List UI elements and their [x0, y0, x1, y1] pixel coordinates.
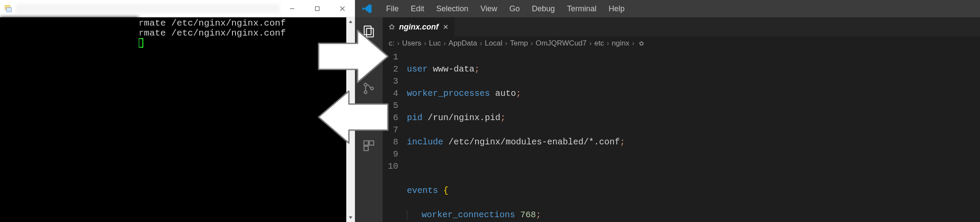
svg-rect-8	[364, 26, 371, 35]
gear-icon: ✿	[389, 23, 395, 32]
putty-icon	[3, 4, 13, 13]
svg-line-17	[371, 115, 374, 116]
vscode-window: File Edit Selection View Go Debug Termin…	[355, 0, 980, 222]
svg-marker-6	[349, 20, 352, 23]
search-icon[interactable]	[361, 52, 377, 68]
svg-rect-23	[364, 146, 368, 150]
close-icon[interactable]: ✕	[443, 23, 448, 31]
explorer-icon[interactable]	[361, 23, 377, 39]
terminal-body[interactable]: rmate /etc/nginx/nginx.conf rmate /etc/n…	[0, 17, 355, 222]
crumb[interactable]: OmJQRWCud7	[535, 39, 587, 48]
svg-point-14	[371, 87, 373, 90]
menubar: File Edit Selection View Go Debug Termin…	[355, 0, 980, 17]
crumb[interactable]: Local	[485, 39, 503, 48]
terminal-window: rmate /etc/nginx/nginx.conf rmate /etc/n…	[0, 0, 355, 222]
scrollbar[interactable]	[346, 17, 355, 222]
svg-rect-22	[369, 141, 374, 145]
svg-point-12	[364, 83, 367, 86]
terminal-output: rmate /etc/nginx/nginx.conf rmate /etc/n…	[139, 17, 346, 222]
titlebar[interactable]	[0, 0, 355, 17]
window-controls	[280, 0, 355, 17]
vscode-logo-icon	[361, 3, 373, 15]
code-editor[interactable]: 1 2 3 4 5 6 7 8 9 10 user www-data; work…	[383, 50, 980, 222]
crumb[interactable]: nginx	[612, 39, 629, 48]
code-content[interactable]: user www-data; worker_processes auto; pi…	[407, 50, 980, 222]
chevron-right-icon: ›	[531, 39, 533, 48]
crumb[interactable]: Users	[402, 39, 421, 48]
crumb[interactable]: AppData	[448, 39, 477, 48]
svg-line-18	[364, 119, 366, 121]
menu-file[interactable]: File	[381, 3, 404, 15]
tab-nginx-conf[interactable]: ✿ nginx.conf ✕	[383, 17, 455, 36]
crumb[interactable]: etc	[594, 39, 604, 48]
terminal-line: rmate /etc/nginx/nginx.conf	[139, 28, 286, 38]
breadcrumb[interactable]: c:› Users› Luc› AppData› Local› Temp› Om…	[383, 36, 980, 50]
menu-view[interactable]: View	[475, 3, 503, 15]
menu-help[interactable]: Help	[603, 3, 630, 15]
chevron-right-icon: ›	[443, 39, 446, 48]
menu-selection[interactable]: Selection	[431, 3, 474, 15]
editor-area: ✿ nginx.conf ✕ c:› Users› Luc› AppData› …	[383, 17, 980, 222]
source-control-icon[interactable]	[361, 81, 377, 96]
svg-point-13	[364, 91, 367, 94]
crumb[interactable]: Luc	[429, 39, 441, 48]
terminal-prompt-blur	[0, 17, 139, 61]
svg-marker-7	[349, 216, 352, 219]
activity-bar	[355, 17, 383, 222]
cursor-icon	[139, 38, 143, 48]
extensions-icon[interactable]	[361, 138, 377, 153]
svg-point-10	[364, 55, 372, 63]
menu-terminal[interactable]: Terminal	[562, 3, 602, 15]
svg-line-16	[364, 115, 366, 116]
svg-point-15	[366, 114, 372, 121]
svg-rect-1	[6, 7, 12, 12]
svg-line-19	[371, 119, 374, 121]
chevron-right-icon: ›	[607, 39, 609, 48]
close-button[interactable]	[330, 0, 355, 17]
chevron-right-icon: ›	[424, 39, 426, 48]
gear-icon: ✿	[639, 40, 644, 47]
chevron-right-icon: ›	[397, 39, 400, 48]
crumb[interactable]: c:	[389, 39, 394, 48]
scroll-up-icon[interactable]	[346, 17, 355, 26]
menu-debug[interactable]: Debug	[527, 3, 560, 15]
scroll-down-icon[interactable]	[346, 213, 355, 222]
chevron-right-icon: ›	[589, 39, 592, 48]
debug-icon[interactable]	[361, 109, 377, 125]
svg-rect-9	[367, 28, 374, 37]
minimize-button[interactable]	[280, 0, 305, 17]
window-title	[16, 4, 280, 13]
maximize-button[interactable]	[305, 0, 330, 17]
svg-rect-3	[316, 7, 319, 10]
chevron-right-icon: ›	[632, 39, 635, 48]
tab-label: nginx.conf	[399, 23, 438, 32]
chevron-right-icon: ›	[505, 39, 508, 48]
crumb[interactable]: Temp	[510, 39, 528, 48]
tab-bar: ✿ nginx.conf ✕	[383, 17, 980, 36]
svg-rect-21	[364, 141, 368, 145]
menu-edit[interactable]: Edit	[406, 3, 429, 15]
terminal-line: rmate /etc/nginx/nginx.conf	[139, 18, 286, 28]
svg-line-11	[371, 62, 374, 65]
menu-go[interactable]: Go	[504, 3, 525, 15]
chevron-right-icon: ›	[480, 39, 482, 48]
line-number-gutter: 1 2 3 4 5 6 7 8 9 10	[383, 50, 407, 222]
